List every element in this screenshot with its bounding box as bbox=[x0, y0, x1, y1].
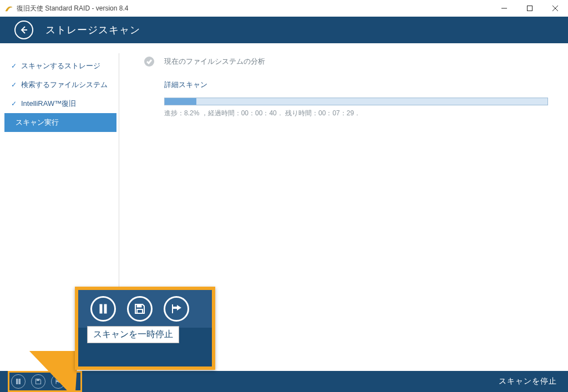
current-section-label: 詳細スキャン bbox=[164, 80, 548, 90]
callout-panel: スキャンを一時停止 bbox=[75, 287, 215, 370]
svg-rect-10 bbox=[17, 379, 18, 384]
svg-rect-11 bbox=[19, 379, 21, 384]
window-controls bbox=[491, 0, 568, 17]
completed-step-label: 現在のファイルシステムの分析 bbox=[164, 57, 265, 67]
page-header: ストレージスキャン bbox=[0, 17, 568, 43]
sidebar-item-label: スキャン実行 bbox=[16, 118, 59, 128]
check-icon: ✓ bbox=[11, 62, 17, 70]
step-complete-icon bbox=[144, 57, 154, 67]
sidebar-item-storage[interactable]: ✓ スキャンするストレージ bbox=[0, 57, 116, 75]
page-title: ストレージスキャン bbox=[45, 23, 140, 37]
progress-text: 進捗：8.2% ，経過時間：00：00：40． 残り時間：00：07：29． bbox=[164, 109, 548, 118]
svg-rect-8 bbox=[137, 309, 143, 313]
sidebar-item-filesystem[interactable]: ✓ 検索するファイルシステム bbox=[0, 75, 116, 94]
progress-area: 進捗：8.2% ，経過時間：00：00：40． 残り時間：00：07：29． bbox=[164, 98, 548, 118]
check-icon: ✓ bbox=[11, 81, 17, 89]
back-button[interactable] bbox=[14, 21, 33, 39]
svg-rect-12 bbox=[37, 379, 39, 381]
sidebar-item-label: IntelliRAW™復旧 bbox=[21, 99, 76, 109]
sidebar-item-label: スキャンするストレージ bbox=[21, 61, 100, 71]
skip-button-zoom[interactable] bbox=[164, 296, 189, 322]
maximize-button[interactable] bbox=[517, 0, 542, 17]
callout-icon-row bbox=[78, 290, 212, 328]
window-titlebar: 復旧天使 Standard RAID - version 8.4 bbox=[0, 0, 568, 17]
svg-rect-5 bbox=[100, 304, 102, 313]
svg-rect-7 bbox=[137, 304, 141, 307]
main-area: ✓ スキャンするストレージ ✓ 検索するファイルシステム ✓ IntelliRA… bbox=[0, 43, 568, 371]
check-icon: ✓ bbox=[11, 100, 17, 108]
completed-step-row: 現在のファイルシステムの分析 bbox=[144, 57, 548, 67]
sidebar-item-intelliraw[interactable]: ✓ IntelliRAW™復旧 bbox=[0, 94, 116, 113]
pause-button[interactable] bbox=[11, 374, 26, 389]
sidebar-item-scan-run[interactable]: スキャン実行 bbox=[4, 113, 116, 132]
window-title: 復旧天使 Standard RAID - version 8.4 bbox=[17, 4, 128, 13]
stop-scan-button[interactable]: スキャンを停止 bbox=[499, 376, 557, 386]
pause-tooltip: スキャンを一時停止 bbox=[87, 326, 179, 343]
app-icon bbox=[4, 4, 13, 13]
pause-button-zoom[interactable] bbox=[90, 296, 116, 322]
minimize-button[interactable] bbox=[491, 0, 517, 17]
svg-rect-1 bbox=[528, 6, 532, 11]
progress-fill bbox=[165, 98, 196, 105]
progress-bar bbox=[164, 98, 548, 105]
close-button[interactable] bbox=[542, 0, 568, 17]
sidebar-item-label: 検索するファイルシステム bbox=[21, 80, 108, 90]
save-button-zoom[interactable] bbox=[127, 296, 153, 322]
svg-rect-6 bbox=[104, 304, 106, 313]
